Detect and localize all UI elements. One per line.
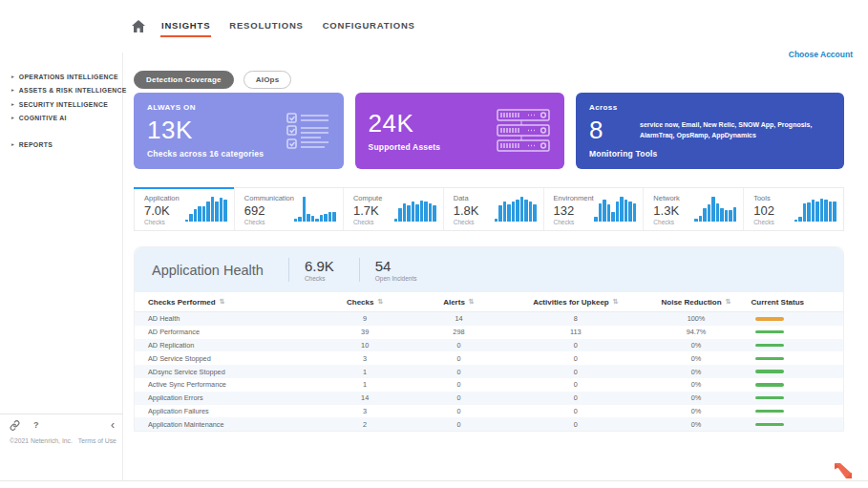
- spark-bar: [607, 204, 611, 222]
- tab-sublabel: Checks: [353, 219, 382, 225]
- nav-item-resolutions[interactable]: RESOLUTIONS: [228, 16, 304, 37]
- home-button[interactable]: [132, 20, 145, 32]
- table-row-ad-health[interactable]: AD Health9148100%: [135, 312, 843, 326]
- application-health-header: Application Health 6.9K Checks 54 Open I…: [135, 247, 843, 292]
- tab-communication[interactable]: Communication692Checks: [235, 188, 344, 230]
- value-cell: 1: [323, 368, 408, 376]
- sparkline-bar-chart: [495, 197, 537, 222]
- value-cell: 0: [408, 368, 511, 376]
- sparkline-bar-chart: [794, 197, 836, 222]
- sidebar-footer: ©2021 Netenrich, Inc.Terms of Use: [10, 437, 116, 444]
- sidebar-item-assets-risk-intelligence[interactable]: ▸ASSETS & RISK INTELLIGENCE: [11, 84, 122, 98]
- spark-bar: [625, 200, 628, 222]
- copyright-text: ©2021 Netenrich, Inc.: [10, 437, 73, 444]
- spark-bar: [194, 209, 198, 222]
- spark-bar: [303, 197, 307, 222]
- tab-label: Application: [144, 194, 180, 202]
- column-header-noise-reduction[interactable]: Noise Reduction⇅: [642, 298, 752, 307]
- servers-icon: [496, 108, 551, 154]
- sidebar-item-reports[interactable]: ▸REPORTS: [11, 138, 122, 152]
- spark-bar: [324, 214, 328, 222]
- tab-label: Compute: [353, 194, 382, 202]
- tab-network[interactable]: Network1.3KChecks: [644, 188, 744, 230]
- tab-data[interactable]: Data1.8KChecks: [444, 188, 544, 230]
- tab-label: Environment: [554, 194, 594, 202]
- sidebar-item-security-intelligence[interactable]: ▸SECURITY INTELLIGENCE: [11, 97, 122, 112]
- spark-bar: [220, 198, 223, 222]
- tab-label: Communication: [244, 194, 294, 202]
- spark-bar: [412, 202, 415, 222]
- spark-bar: [520, 197, 524, 222]
- value-cell: 0: [408, 354, 511, 363]
- spark-bar: [507, 204, 511, 222]
- table-row-ad-replication[interactable]: AD Replication10000%: [135, 339, 843, 352]
- spark-bar: [628, 202, 632, 222]
- spark-bar: [807, 202, 811, 222]
- table-row-application-failures[interactable]: Application Failures3000%: [135, 405, 843, 418]
- sidebar-item-cognitive-ai[interactable]: ▸COGNITIVE AI: [11, 112, 122, 126]
- value-cell: 100%: [642, 314, 752, 323]
- tab-environment[interactable]: Environment132Checks: [544, 188, 645, 230]
- column-header-checks-performed[interactable]: Checks Performed⇅: [135, 298, 323, 307]
- spark-bar: [833, 202, 836, 222]
- column-header-activities-for-upkeep[interactable]: Activities for Upkeep⇅: [510, 298, 641, 307]
- spark-bar: [198, 206, 201, 222]
- terms-of-use-link[interactable]: Terms of Use: [78, 437, 116, 444]
- tab-text: Tools102Checks: [753, 194, 774, 225]
- tab-value: 1.7K: [353, 203, 382, 218]
- nav-item-insights[interactable]: INSIGHTS: [160, 16, 211, 37]
- sidebar-item-label: ASSETS & RISK INTELLIGENCE: [19, 87, 127, 94]
- table-row-adsync-service-stopped[interactable]: ADsync Service Stopped1000%: [135, 365, 843, 378]
- spark-bar: [429, 203, 433, 223]
- tab-sublabel: Checks: [244, 219, 294, 225]
- detection-coverage-pill[interactable]: Detection Coverage: [134, 71, 234, 89]
- nav-item-configurations[interactable]: CONFIGURATIONS: [322, 16, 416, 37]
- column-header-alerts[interactable]: Alerts⇅: [408, 298, 511, 307]
- status-indicator-bar: [755, 370, 784, 373]
- tab-text: Environment132Checks: [554, 194, 594, 225]
- value-cell: 0%: [642, 420, 752, 429]
- table-row-active-sync-performance[interactable]: Active Sync Performance1000%: [135, 378, 843, 392]
- tab-label: Tools: [753, 194, 774, 202]
- help-icon[interactable]: ?: [33, 420, 39, 430]
- sidebar-item-operations-intelligence[interactable]: ▸OPERATIONS INTELLIGENCE: [11, 70, 122, 84]
- spark-bar: [603, 200, 606, 222]
- value-cell: 0: [510, 407, 641, 415]
- table-row-application-errors[interactable]: Application Errors14000%: [135, 392, 843, 405]
- sidebar-item-label: OPERATIONS INTELLIGENCE: [19, 74, 118, 80]
- spark-bar: [498, 205, 502, 222]
- check-name-cell: ADsync Service Stopped: [135, 368, 323, 376]
- spark-bar: [315, 219, 319, 222]
- sidebar: ▸OPERATIONS INTELLIGENCE▸ASSETS & RISK I…: [0, 53, 123, 480]
- check-name-cell: Application Errors: [135, 393, 323, 402]
- spark-bar: [829, 202, 833, 222]
- value-cell: 0: [510, 393, 641, 402]
- value-cell: 1: [323, 380, 408, 389]
- tab-compute[interactable]: Compute1.7KChecks: [344, 188, 444, 230]
- tab-text: Network1.3KChecks: [653, 194, 680, 225]
- spark-bar: [311, 216, 315, 222]
- tab-label: Network: [653, 194, 680, 202]
- spark-bar: [503, 202, 507, 222]
- link-icon[interactable]: [10, 420, 20, 431]
- sidebar-tools: ? ‹: [10, 418, 115, 432]
- tab-text: Data1.8KChecks: [454, 194, 479, 225]
- tab-sublabel: Checks: [554, 219, 594, 225]
- tab-tools[interactable]: Tools102Checks: [744, 188, 843, 230]
- value-cell: 0: [408, 420, 511, 429]
- table-row-application-maintenance[interactable]: Application Maintenance2000%: [135, 417, 843, 431]
- table-row-ad-performance[interactable]: AD Performance3929811394.7%: [135, 326, 843, 339]
- aiops-pill[interactable]: AIOps: [243, 71, 292, 89]
- tab-application[interactable]: Application7.0KChecks: [135, 188, 235, 230]
- table-row-ad-service-stopped[interactable]: AD Service Stopped3000%: [135, 351, 843, 365]
- status-indicator-bar: [755, 357, 784, 361]
- choose-account-link[interactable]: Choose Account: [789, 50, 853, 59]
- column-header-checks[interactable]: Checks⇅: [323, 298, 408, 307]
- tab-sublabel: Checks: [653, 219, 680, 225]
- status-cell: [752, 357, 843, 361]
- stat-label: Checks: [305, 275, 334, 282]
- spark-bar: [599, 203, 603, 223]
- spark-bar: [533, 204, 537, 222]
- spark-bar: [694, 219, 698, 222]
- collapse-sidebar-icon[interactable]: ‹: [111, 418, 115, 432]
